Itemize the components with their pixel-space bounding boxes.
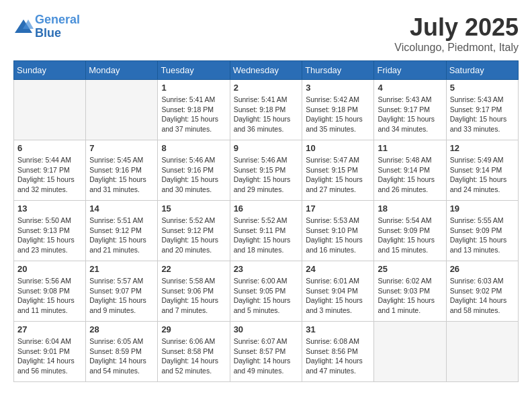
calendar-week-row: 1Sunrise: 5:41 AMSunset: 9:18 PMDaylight…: [14, 80, 519, 140]
calendar-cell: 15Sunrise: 5:52 AMSunset: 9:12 PMDayligh…: [158, 201, 230, 261]
calendar-cell: 28Sunrise: 6:05 AMSunset: 8:59 PMDayligh…: [86, 322, 158, 382]
day-info: Sunrise: 5:46 AMSunset: 9:15 PMDaylight:…: [234, 155, 299, 195]
calendar-cell: 10Sunrise: 5:47 AMSunset: 9:15 PMDayligh…: [302, 140, 374, 201]
day-number: 27: [17, 324, 82, 334]
calendar-cell: 30Sunrise: 6:07 AMSunset: 8:57 PMDayligh…: [230, 322, 302, 382]
day-info: Sunrise: 5:56 AMSunset: 9:08 PMDaylight:…: [17, 276, 82, 316]
day-info: Sunrise: 5:57 AMSunset: 9:07 PMDaylight:…: [89, 276, 154, 316]
day-number: 12: [450, 143, 515, 153]
day-info: Sunrise: 5:52 AMSunset: 9:12 PMDaylight:…: [161, 216, 226, 255]
calendar-cell: 5Sunrise: 5:43 AMSunset: 9:17 PMDaylight…: [446, 80, 518, 140]
day-info: Sunrise: 6:00 AMSunset: 9:05 PMDaylight:…: [234, 276, 299, 316]
weekday-header-cell: Tuesday: [158, 61, 230, 80]
weekday-header-cell: Thursday: [302, 61, 374, 80]
day-number: 19: [450, 203, 515, 214]
day-number: 3: [306, 83, 370, 93]
day-number: 11: [378, 143, 442, 153]
calendar-cell: 8Sunrise: 5:46 AMSunset: 9:16 PMDaylight…: [158, 140, 230, 201]
calendar-cell: 16Sunrise: 5:52 AMSunset: 9:11 PMDayligh…: [230, 201, 302, 261]
calendar-cell: 22Sunrise: 5:58 AMSunset: 9:06 PMDayligh…: [158, 261, 230, 322]
day-number: 31: [306, 324, 370, 334]
day-info: Sunrise: 5:51 AMSunset: 9:12 PMDaylight:…: [89, 216, 154, 255]
calendar-cell: 1Sunrise: 5:41 AMSunset: 9:18 PMDaylight…: [158, 80, 230, 140]
calendar-table: SundayMondayTuesdayWednesdayThursdayFrid…: [13, 60, 519, 382]
day-number: 15: [161, 203, 226, 214]
day-number: 9: [234, 143, 299, 153]
logo: General Blue: [13, 13, 80, 40]
day-info: Sunrise: 6:03 AMSunset: 9:02 PMDaylight:…: [450, 276, 515, 316]
day-info: Sunrise: 6:02 AMSunset: 9:03 PMDaylight:…: [378, 276, 442, 316]
calendar-cell: 29Sunrise: 6:06 AMSunset: 8:58 PMDayligh…: [158, 322, 230, 382]
calendar-cell: 3Sunrise: 5:42 AMSunset: 9:18 PMDaylight…: [302, 80, 374, 140]
day-number: 18: [378, 203, 442, 214]
day-info: Sunrise: 6:01 AMSunset: 9:04 PMDaylight:…: [306, 276, 370, 316]
calendar-cell: 24Sunrise: 6:01 AMSunset: 9:04 PMDayligh…: [302, 261, 374, 322]
day-number: 10: [306, 143, 370, 153]
calendar-week-row: 27Sunrise: 6:04 AMSunset: 9:01 PMDayligh…: [14, 322, 519, 382]
day-number: 8: [161, 143, 226, 153]
day-number: 17: [306, 203, 370, 214]
day-number: 28: [89, 324, 154, 334]
calendar-cell: 20Sunrise: 5:56 AMSunset: 9:08 PMDayligh…: [14, 261, 86, 322]
day-info: Sunrise: 6:08 AMSunset: 8:56 PMDaylight:…: [306, 336, 370, 376]
day-info: Sunrise: 5:48 AMSunset: 9:14 PMDaylight:…: [378, 155, 442, 195]
calendar-cell: 27Sunrise: 6:04 AMSunset: 9:01 PMDayligh…: [14, 322, 86, 382]
month-title: July 2025: [394, 13, 519, 42]
day-number: 2: [234, 83, 299, 93]
calendar-cell: 7Sunrise: 5:45 AMSunset: 9:16 PMDaylight…: [86, 140, 158, 201]
day-info: Sunrise: 5:46 AMSunset: 9:16 PMDaylight:…: [161, 155, 226, 195]
day-number: 30: [234, 324, 299, 334]
day-number: 1: [161, 83, 226, 93]
weekday-header-cell: Wednesday: [230, 61, 302, 80]
day-info: Sunrise: 6:06 AMSunset: 8:58 PMDaylight:…: [161, 336, 226, 376]
calendar-cell: 19Sunrise: 5:55 AMSunset: 9:09 PMDayligh…: [446, 201, 518, 261]
day-info: Sunrise: 6:07 AMSunset: 8:57 PMDaylight:…: [234, 336, 299, 376]
day-info: Sunrise: 6:04 AMSunset: 9:01 PMDaylight:…: [17, 336, 82, 376]
day-number: 4: [378, 83, 442, 93]
calendar-cell: 18Sunrise: 5:54 AMSunset: 9:09 PMDayligh…: [374, 201, 446, 261]
day-number: 23: [234, 264, 299, 274]
day-info: Sunrise: 5:41 AMSunset: 9:18 PMDaylight:…: [234, 95, 299, 134]
day-info: Sunrise: 5:43 AMSunset: 9:17 PMDaylight:…: [378, 95, 442, 134]
day-number: 5: [450, 83, 515, 93]
title-block: July 2025 Vicolungo, Piedmont, Italy: [394, 13, 519, 54]
weekday-header-cell: Friday: [374, 61, 446, 80]
day-number: 24: [306, 264, 370, 274]
calendar-cell: [374, 322, 446, 382]
calendar-week-row: 6Sunrise: 5:44 AMSunset: 9:17 PMDaylight…: [14, 140, 519, 201]
calendar-cell: 17Sunrise: 5:53 AMSunset: 9:10 PMDayligh…: [302, 201, 374, 261]
day-info: Sunrise: 5:58 AMSunset: 9:06 PMDaylight:…: [161, 276, 226, 316]
day-info: Sunrise: 5:43 AMSunset: 9:17 PMDaylight:…: [450, 95, 515, 134]
calendar-cell: 11Sunrise: 5:48 AMSunset: 9:14 PMDayligh…: [374, 140, 446, 201]
calendar-cell: 4Sunrise: 5:43 AMSunset: 9:17 PMDaylight…: [374, 80, 446, 140]
calendar-cell: [14, 80, 86, 140]
day-info: Sunrise: 5:41 AMSunset: 9:18 PMDaylight:…: [161, 95, 226, 134]
calendar-cell: 23Sunrise: 6:00 AMSunset: 9:05 PMDayligh…: [230, 261, 302, 322]
calendar-cell: 26Sunrise: 6:03 AMSunset: 9:02 PMDayligh…: [446, 261, 518, 322]
calendar-week-row: 13Sunrise: 5:50 AMSunset: 9:13 PMDayligh…: [14, 201, 519, 261]
day-info: Sunrise: 6:05 AMSunset: 8:59 PMDaylight:…: [89, 336, 154, 376]
day-number: 29: [161, 324, 226, 334]
calendar-cell: [86, 80, 158, 140]
calendar-cell: 31Sunrise: 6:08 AMSunset: 8:56 PMDayligh…: [302, 322, 374, 382]
day-info: Sunrise: 5:44 AMSunset: 9:17 PMDaylight:…: [17, 155, 82, 195]
weekday-header-row: SundayMondayTuesdayWednesdayThursdayFrid…: [14, 61, 519, 80]
day-info: Sunrise: 5:45 AMSunset: 9:16 PMDaylight:…: [89, 155, 154, 195]
day-info: Sunrise: 5:50 AMSunset: 9:13 PMDaylight:…: [17, 216, 82, 255]
day-number: 6: [17, 143, 82, 153]
day-info: Sunrise: 5:54 AMSunset: 9:09 PMDaylight:…: [378, 216, 442, 255]
day-number: 25: [378, 264, 442, 274]
calendar-week-row: 20Sunrise: 5:56 AMSunset: 9:08 PMDayligh…: [14, 261, 519, 322]
day-info: Sunrise: 5:52 AMSunset: 9:11 PMDaylight:…: [234, 216, 299, 255]
calendar-cell: 2Sunrise: 5:41 AMSunset: 9:18 PMDaylight…: [230, 80, 302, 140]
logo-text: General Blue: [35, 13, 80, 40]
weekday-header-cell: Saturday: [446, 61, 518, 80]
day-number: 13: [17, 203, 82, 214]
day-info: Sunrise: 5:49 AMSunset: 9:14 PMDaylight:…: [450, 155, 515, 195]
day-info: Sunrise: 5:53 AMSunset: 9:10 PMDaylight:…: [306, 216, 370, 255]
calendar-cell: 6Sunrise: 5:44 AMSunset: 9:17 PMDaylight…: [14, 140, 86, 201]
location: Vicolungo, Piedmont, Italy: [394, 42, 519, 54]
day-number: 20: [17, 264, 82, 274]
day-info: Sunrise: 5:47 AMSunset: 9:15 PMDaylight:…: [306, 155, 370, 195]
calendar-cell: 12Sunrise: 5:49 AMSunset: 9:14 PMDayligh…: [446, 140, 518, 201]
